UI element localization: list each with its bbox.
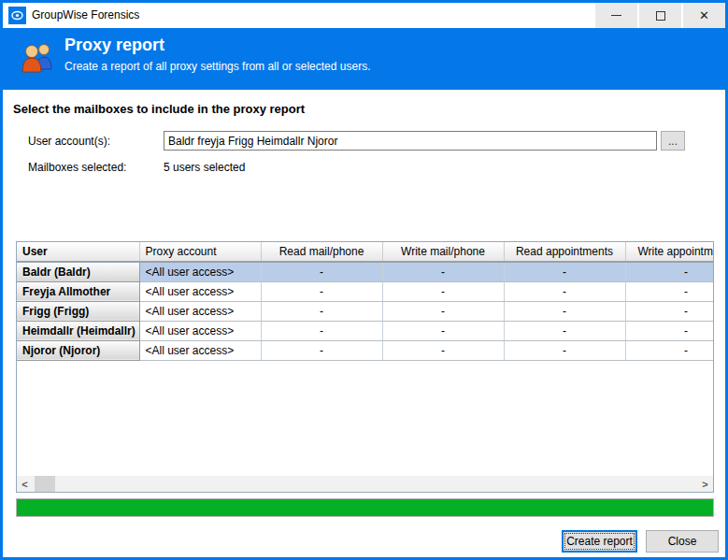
cell-write-appointments: - (625, 321, 714, 340)
table-row[interactable]: Freyja Allmother <All user access> - - -… (17, 281, 714, 301)
cell-read-appointments: - (504, 340, 625, 360)
cell-read-appointments: - (504, 262, 625, 281)
column-header-write-appointments[interactable]: Write appointments (625, 242, 714, 262)
cell-write-appointments: - (625, 301, 714, 321)
cell-read-mail: - (261, 321, 382, 340)
column-header-write-mail[interactable]: Write mail/phone (382, 242, 504, 262)
cell-read-appointments: - (504, 321, 625, 340)
window-title: GroupWise Forensics (32, 8, 139, 22)
close-icon: ✕ (699, 9, 709, 22)
table-header-row: User Proxy account Read mail/phone Write… (17, 242, 714, 262)
row-header[interactable]: Njoror (Njoror) (17, 340, 139, 360)
cell-proxy-account: <All user access> (139, 340, 261, 360)
maximize-button[interactable] (639, 3, 681, 28)
page-subtitle: Create a report of all proxy settings fr… (64, 60, 370, 73)
progress-bar-fill (17, 499, 713, 516)
cell-proxy-account: <All user access> (139, 321, 261, 340)
user-accounts-input[interactable] (164, 131, 657, 151)
table-row[interactable]: Njoror (Njoror) <All user access> - - - … (17, 340, 714, 360)
users-icon (21, 41, 56, 76)
cell-read-mail: - (261, 281, 382, 301)
cell-read-appointments: - (504, 281, 625, 301)
cell-write-appointments: - (625, 262, 714, 281)
progress-bar (16, 498, 714, 517)
window-controls: ✕ (593, 3, 725, 28)
cell-write-mail: - (382, 281, 504, 301)
close-dialog-button[interactable]: Close (646, 530, 719, 553)
row-header[interactable]: Freyja Allmother (17, 281, 139, 301)
row-header[interactable]: Baldr (Baldr) (17, 262, 139, 281)
column-header-user[interactable]: User (17, 242, 139, 262)
proxy-table-container: User Proxy account Read mail/phone Write… (16, 241, 714, 493)
column-header-read-appointments[interactable]: Read appointments (504, 242, 625, 262)
cell-write-appointments: - (625, 340, 714, 360)
horizontal-scrollbar[interactable]: < > (17, 476, 713, 492)
proxy-table: User Proxy account Read mail/phone Write… (17, 242, 714, 361)
scroll-left-icon[interactable]: < (17, 476, 33, 492)
table-row[interactable]: Heimdallr (Heimdallr) <All user access> … (17, 321, 714, 340)
cell-proxy-account: <All user access> (139, 281, 261, 301)
column-header-read-mail[interactable]: Read mail/phone (261, 242, 382, 262)
section-heading: Select the mailboxes to include in the p… (13, 102, 305, 116)
column-header-proxy-account[interactable]: Proxy account (139, 242, 261, 262)
row-header[interactable]: Frigg (Frigg) (17, 301, 139, 321)
cell-write-mail: - (382, 262, 504, 281)
table-row[interactable]: Frigg (Frigg) <All user access> - - - - (17, 301, 714, 321)
cell-read-mail: - (261, 262, 382, 281)
mailboxes-selected-value: 5 users selected (164, 161, 245, 174)
scroll-right-icon[interactable]: > (697, 476, 713, 492)
groupwise-logo-icon (8, 7, 26, 24)
cell-write-mail: - (382, 340, 504, 360)
cell-write-appointments: - (625, 281, 714, 301)
create-report-button[interactable]: Create report (562, 530, 637, 553)
title-bar[interactable]: GroupWise Forensics ✕ (3, 3, 725, 28)
cell-write-mail: - (382, 301, 504, 321)
cell-write-mail: - (382, 321, 504, 340)
browse-users-button[interactable]: ... (661, 131, 685, 151)
cell-read-mail: - (261, 301, 382, 321)
minimize-button[interactable] (595, 3, 637, 28)
cell-proxy-account: <All user access> (139, 301, 261, 321)
app-window: GroupWise Forensics ✕ Proxy report Creat… (0, 0, 728, 560)
page-title: Proxy report (64, 36, 164, 55)
row-header[interactable]: Heimdallr (Heimdallr) (17, 321, 139, 340)
table-row[interactable]: Baldr (Baldr) <All user access> - - - - (17, 262, 714, 281)
cell-read-mail: - (261, 340, 382, 360)
cell-read-appointments: - (504, 301, 625, 321)
scrollbar-thumb[interactable] (35, 476, 55, 492)
user-accounts-label: User account(s): (28, 135, 110, 148)
mailboxes-selected-label: Mailboxes selected: (28, 161, 126, 174)
minimize-icon (611, 15, 621, 16)
close-button[interactable]: ✕ (683, 3, 725, 28)
page-header: Proxy report Create a report of all prox… (3, 28, 725, 90)
maximize-icon (656, 11, 665, 21)
cell-proxy-account: <All user access> (139, 262, 261, 281)
